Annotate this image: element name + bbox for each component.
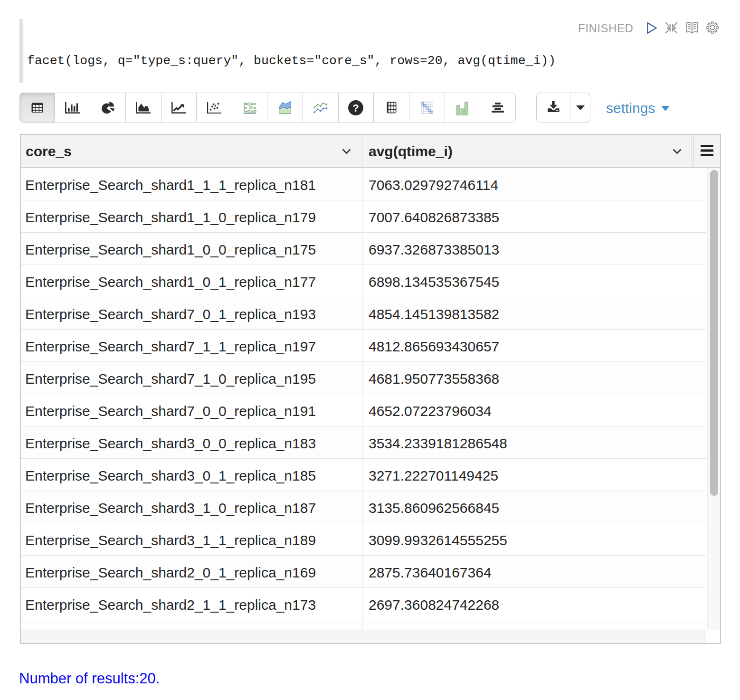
svg-text:?: ? xyxy=(353,102,359,114)
